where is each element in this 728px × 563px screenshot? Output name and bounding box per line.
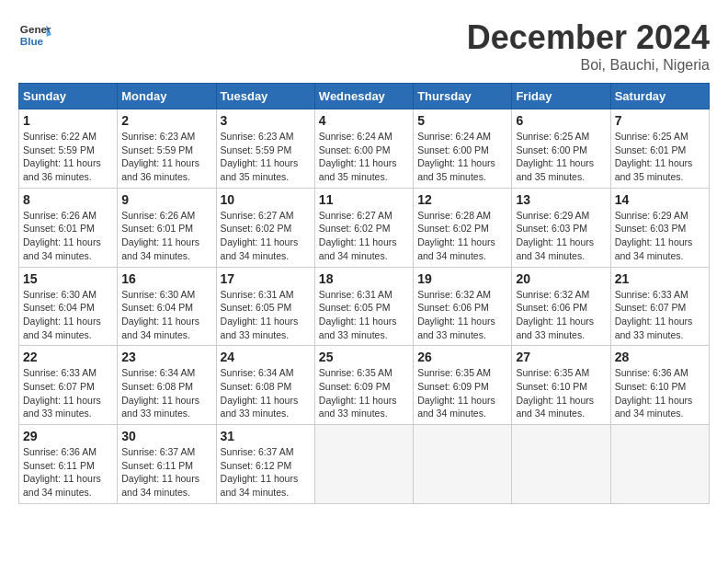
location-title: Boi, Bauchi, Nigeria (467, 57, 710, 74)
day-7: 7 Sunrise: 6:25 AMSunset: 6:01 PMDayligh… (610, 109, 709, 189)
day-15: 15 Sunrise: 6:30 AMSunset: 6:04 PMDaylig… (19, 267, 118, 346)
day-8: 8 Sunrise: 6:26 AMSunset: 6:01 PMDayligh… (19, 188, 118, 267)
day-26: 26 Sunrise: 6:35 AMSunset: 6:09 PMDaylig… (414, 346, 512, 425)
col-monday: Monday (118, 84, 216, 109)
day-20: 20 Sunrise: 6:32 AMSunset: 6:06 PMDaylig… (512, 267, 610, 346)
empty-cell-1 (314, 425, 413, 504)
col-saturday: Saturday (610, 84, 709, 109)
week-row-3: 15 Sunrise: 6:30 AMSunset: 6:04 PMDaylig… (19, 267, 710, 346)
day-29: 29 Sunrise: 6:36 AMSunset: 6:11 PMDaylig… (19, 425, 118, 504)
week-row-2: 8 Sunrise: 6:26 AMSunset: 6:01 PMDayligh… (19, 188, 710, 267)
day-18: 18 Sunrise: 6:31 AMSunset: 6:05 PMDaylig… (314, 267, 413, 346)
day-2: 2 Sunrise: 6:23 AMSunset: 5:59 PMDayligh… (118, 109, 216, 189)
title-section: December 2024 Boi, Bauchi, Nigeria (467, 18, 710, 74)
svg-text:Blue: Blue (20, 35, 44, 47)
logo-icon: General Blue (18, 18, 51, 52)
logo: General Blue (18, 18, 51, 52)
day-4: 4 Sunrise: 6:24 AMSunset: 6:00 PMDayligh… (314, 109, 413, 189)
day-19: 19 Sunrise: 6:32 AMSunset: 6:06 PMDaylig… (414, 267, 512, 346)
month-title: December 2024 (467, 18, 710, 57)
day-28: 28 Sunrise: 6:36 AMSunset: 6:10 PMDaylig… (610, 346, 709, 425)
day-10: 10 Sunrise: 6:27 AMSunset: 6:02 PMDaylig… (216, 188, 314, 267)
day-14: 14 Sunrise: 6:29 AMSunset: 6:03 PMDaylig… (610, 188, 709, 267)
day-16: 16 Sunrise: 6:30 AMSunset: 6:04 PMDaylig… (118, 267, 216, 346)
day-22: 22 Sunrise: 6:33 AMSunset: 6:07 PMDaylig… (19, 346, 118, 425)
day-27: 27 Sunrise: 6:35 AMSunset: 6:10 PMDaylig… (512, 346, 610, 425)
day-3: 3 Sunrise: 6:23 AMSunset: 5:59 PMDayligh… (216, 109, 314, 189)
day-6: 6 Sunrise: 6:25 AMSunset: 6:00 PMDayligh… (512, 109, 610, 189)
col-wednesday: Wednesday (314, 84, 413, 109)
day-31: 31 Sunrise: 6:37 AMSunset: 6:12 PMDaylig… (216, 425, 314, 504)
empty-cell-3 (512, 425, 610, 504)
day-23: 23 Sunrise: 6:34 AMSunset: 6:08 PMDaylig… (118, 346, 216, 425)
col-sunday: Sunday (19, 84, 118, 109)
calendar-table: Sunday Monday Tuesday Wednesday Thursday… (18, 83, 710, 504)
empty-cell-4 (610, 425, 709, 504)
week-row-1: 1 Sunrise: 6:22 AMSunset: 5:59 PMDayligh… (19, 109, 710, 189)
day-17: 17 Sunrise: 6:31 AMSunset: 6:05 PMDaylig… (216, 267, 314, 346)
empty-cell-2 (414, 425, 512, 504)
col-thursday: Thursday (414, 84, 512, 109)
day-11: 11 Sunrise: 6:27 AMSunset: 6:02 PMDaylig… (314, 188, 413, 267)
col-tuesday: Tuesday (216, 84, 314, 109)
week-row-4: 22 Sunrise: 6:33 AMSunset: 6:07 PMDaylig… (19, 346, 710, 425)
week-row-5: 29 Sunrise: 6:36 AMSunset: 6:11 PMDaylig… (19, 425, 710, 504)
day-9: 9 Sunrise: 6:26 AMSunset: 6:01 PMDayligh… (118, 188, 216, 267)
day-30: 30 Sunrise: 6:37 AMSunset: 6:11 PMDaylig… (118, 425, 216, 504)
col-friday: Friday (512, 84, 610, 109)
day-13: 13 Sunrise: 6:29 AMSunset: 6:03 PMDaylig… (512, 188, 610, 267)
day-1: 1 Sunrise: 6:22 AMSunset: 5:59 PMDayligh… (19, 109, 118, 189)
day-21: 21 Sunrise: 6:33 AMSunset: 6:07 PMDaylig… (610, 267, 709, 346)
day-5: 5 Sunrise: 6:24 AMSunset: 6:00 PMDayligh… (414, 109, 512, 189)
day-24: 24 Sunrise: 6:34 AMSunset: 6:08 PMDaylig… (216, 346, 314, 425)
day-25: 25 Sunrise: 6:35 AMSunset: 6:09 PMDaylig… (314, 346, 413, 425)
day-12: 12 Sunrise: 6:28 AMSunset: 6:02 PMDaylig… (414, 188, 512, 267)
